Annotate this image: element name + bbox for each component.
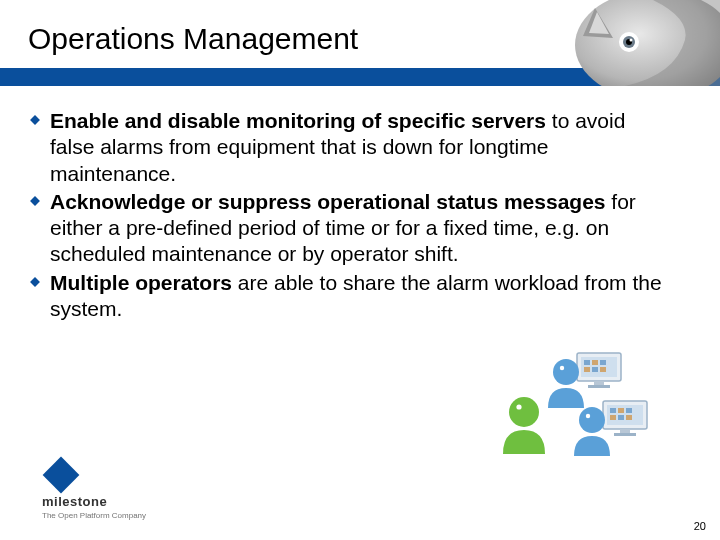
bullet-icon: [30, 277, 40, 287]
wolf-image: [565, 0, 720, 86]
svg-rect-29: [614, 433, 636, 436]
svg-point-18: [553, 359, 579, 385]
svg-point-32: [509, 397, 539, 427]
list-item: Enable and disable monitoring of specifi…: [30, 108, 670, 187]
svg-rect-6: [30, 196, 40, 206]
svg-rect-17: [588, 385, 610, 388]
svg-point-30: [579, 407, 605, 433]
svg-point-33: [516, 404, 521, 409]
bullet-text: Acknowledge or suppress operational stat…: [50, 189, 670, 268]
svg-rect-27: [626, 415, 632, 420]
person-icon: [496, 394, 552, 458]
svg-rect-14: [592, 367, 598, 372]
page-number: 20: [694, 520, 706, 532]
svg-rect-23: [618, 408, 624, 413]
bullet-list: Enable and disable monitoring of specifi…: [30, 108, 670, 324]
svg-rect-5: [30, 115, 40, 125]
list-item: Acknowledge or suppress operational stat…: [30, 189, 670, 268]
bullet-text: Multiple operators are able to share the…: [50, 270, 670, 323]
person-icon: [568, 404, 616, 460]
svg-point-31: [586, 414, 590, 418]
svg-rect-26: [618, 415, 624, 420]
svg-point-4: [630, 39, 633, 42]
operators-illustration: [490, 352, 660, 462]
bullet-icon: [30, 196, 40, 206]
svg-rect-15: [600, 367, 606, 372]
brand-tagline: The Open Platform Company: [42, 511, 146, 520]
brand-logo: milestone The Open Platform Company: [42, 462, 146, 520]
svg-rect-7: [30, 277, 40, 287]
svg-rect-16: [594, 381, 604, 385]
logo-diamond-icon: [43, 457, 80, 494]
bullet-text: Enable and disable monitoring of specifi…: [50, 108, 670, 187]
svg-rect-24: [626, 408, 632, 413]
brand-name: milestone: [42, 494, 146, 509]
svg-rect-12: [600, 360, 606, 365]
svg-rect-28: [620, 429, 630, 433]
svg-rect-11: [592, 360, 598, 365]
page-title: Operations Management: [28, 22, 358, 56]
list-item: Multiple operators are able to share the…: [30, 270, 670, 323]
bullet-icon: [30, 115, 40, 125]
svg-point-19: [560, 366, 564, 370]
